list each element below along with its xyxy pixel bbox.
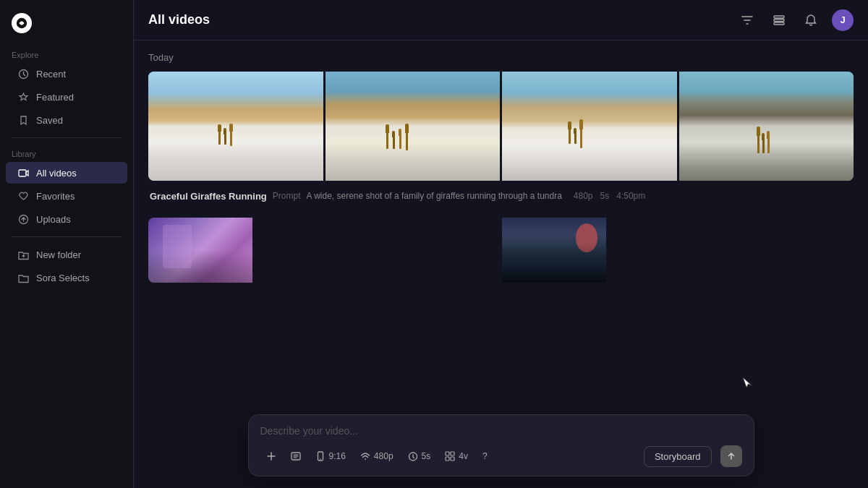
user-avatar[interactable]: J: [832, 9, 854, 31]
help-label: ?: [482, 451, 488, 461]
toolbar-controls: 9:16 480p: [260, 445, 742, 467]
duration-button[interactable]: 5s: [402, 448, 437, 465]
toolbar-input-row: [260, 424, 742, 438]
sidebar-item-featured[interactable]: Featured: [6, 86, 127, 108]
resolution-button[interactable]: 480p: [354, 448, 399, 465]
date-section: Today: [148, 52, 854, 63]
plus-icon: [266, 451, 276, 461]
folder-icon: [17, 272, 29, 283]
clock-icon: [408, 451, 418, 461]
video-thumb-2[interactable]: [326, 72, 501, 181]
video-thumb-1[interactable]: [148, 72, 323, 181]
mobile-icon: [315, 451, 326, 461]
sidebar-item-all-videos-label: All videos: [36, 168, 77, 179]
video-meta: 480p 5s 4:50pm: [574, 191, 645, 201]
content-area: Today: [134, 40, 868, 488]
sidebar-item-recent[interactable]: Recent: [6, 63, 127, 85]
video-icon: [17, 167, 29, 179]
video-thumb-4[interactable]: [679, 72, 854, 181]
svg-rect-12: [446, 452, 449, 455]
video-thumb-5[interactable]: [148, 218, 252, 283]
page-title: All videos: [148, 12, 210, 27]
notifications-button[interactable]: [800, 9, 822, 31]
sidebar-item-saved-label: Saved: [36, 115, 63, 126]
folder-plus-icon: [17, 249, 29, 260]
sidebar-item-uploads[interactable]: Uploads: [6, 208, 127, 230]
sidebar-item-favorites[interactable]: Favorites: [6, 185, 127, 207]
video-resolution: 480p: [574, 191, 593, 201]
video-info-bar: Graceful Giraffes Running Prompt A wide,…: [148, 187, 854, 206]
variant-button[interactable]: 4v: [439, 448, 474, 465]
upload-icon: [17, 213, 29, 225]
header: All videos J: [134, 0, 868, 40]
svg-point-10: [365, 458, 366, 460]
app-logo[interactable]: [0, 9, 133, 45]
sidebar-item-new-folder[interactable]: New folder: [6, 244, 127, 265]
video-description-input[interactable]: [260, 424, 742, 438]
aspect-ratio-label: 9:16: [329, 451, 346, 461]
sidebar-item-all-videos[interactable]: All videos: [6, 162, 127, 184]
prompt-toolbar: 9:16 480p: [248, 414, 754, 476]
filter-button[interactable]: [736, 9, 758, 31]
sidebar-item-featured-label: Featured: [36, 92, 74, 103]
sidebar-item-favorites-label: Favorites: [36, 191, 75, 202]
explore-section-label: Explore: [0, 45, 133, 62]
video-prompt-text: A wide, serene shot of a family of giraf…: [307, 191, 562, 201]
text-button[interactable]: [285, 448, 307, 465]
storyboard-button[interactable]: Storyboard: [644, 446, 712, 467]
variant-label: 4v: [459, 451, 468, 461]
svg-rect-5: [774, 19, 784, 21]
svg-rect-2: [19, 170, 26, 176]
clock-icon: [17, 68, 29, 80]
library-section-label: Library: [0, 144, 133, 161]
video-time: 4:50pm: [616, 191, 645, 201]
bookmark-icon: [17, 114, 29, 126]
grid-icon: [445, 451, 455, 461]
main-content: All videos J: [134, 0, 868, 488]
sidebar-item-sora-selects-label: Sora Selects: [36, 273, 90, 283]
text-icon: [291, 451, 301, 461]
mouse-cursor: [742, 377, 752, 394]
star-icon: [17, 91, 29, 103]
video-thumb-3[interactable]: [502, 72, 677, 181]
sidebar-item-saved[interactable]: Saved: [6, 109, 127, 131]
duration-label: 5s: [422, 451, 431, 461]
sidebar-item-new-folder-label: New folder: [36, 249, 81, 260]
help-button[interactable]: ?: [477, 448, 493, 465]
add-button[interactable]: [260, 448, 282, 465]
video-grid-secondary: [148, 218, 854, 283]
svg-rect-4: [774, 16, 784, 18]
list-button[interactable]: [768, 9, 790, 31]
resolution-label: 480p: [374, 451, 393, 461]
sidebar-item-sora-selects[interactable]: Sora Selects: [6, 267, 127, 288]
video-thumb-6[interactable]: [502, 218, 606, 283]
aspect-ratio-button[interactable]: 9:16: [310, 448, 352, 465]
svg-rect-15: [451, 457, 454, 461]
submit-button[interactable]: [720, 445, 742, 467]
svg-point-9: [320, 458, 321, 460]
prompt-label: Prompt: [273, 191, 301, 201]
header-actions: J: [736, 9, 854, 31]
video-grid-primary: [148, 72, 854, 181]
logo-icon: [12, 13, 32, 33]
wifi-icon: [360, 451, 370, 461]
video-title: Graceful Giraffes Running: [150, 191, 267, 202]
sidebar-divider-1: [12, 137, 122, 138]
heart-icon: [17, 190, 29, 202]
sidebar: Explore Recent Featured Saved Library: [0, 0, 134, 488]
sidebar-item-recent-label: Recent: [36, 69, 66, 80]
sidebar-item-uploads-label: Uploads: [36, 214, 71, 225]
svg-rect-13: [451, 452, 454, 455]
svg-rect-6: [774, 22, 784, 25]
sidebar-divider-2: [12, 236, 122, 237]
svg-rect-14: [446, 457, 449, 461]
video-duration: 5s: [600, 191, 610, 201]
